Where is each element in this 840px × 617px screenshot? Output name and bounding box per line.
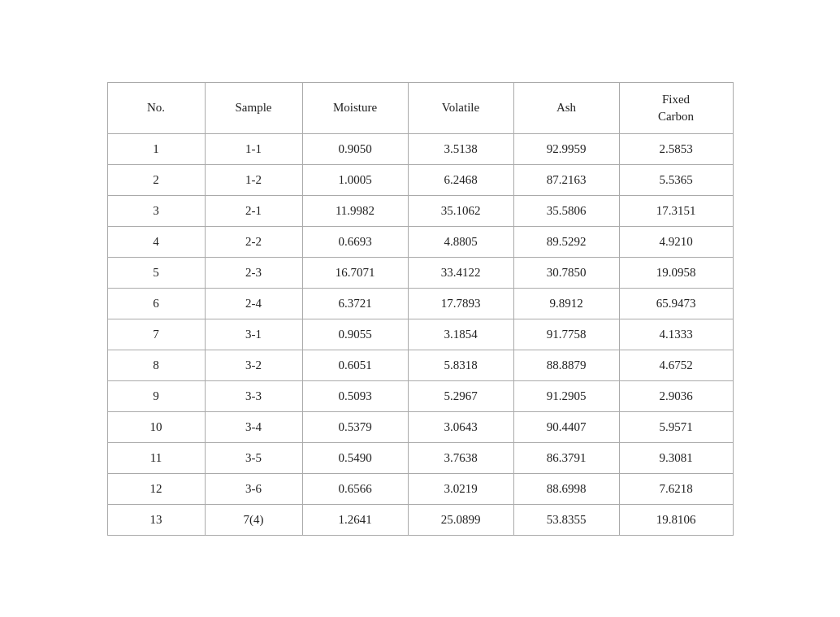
header-row: No. Sample Moisture Volatile Ash Fixed C… — [107, 82, 733, 133]
cell-ash: 86.3791 — [513, 442, 619, 473]
fixed-carbon-line2: Carbon — [658, 110, 694, 123]
cell-ash: 88.6998 — [513, 473, 619, 504]
cell-no: 5 — [107, 257, 205, 288]
table-row: 42-20.66934.880589.52924.9210 — [107, 226, 733, 257]
cell-no: 9 — [107, 380, 205, 411]
cell-volatile: 17.7893 — [408, 288, 513, 319]
table-row: 93-30.50935.296791.29052.9036 — [107, 380, 733, 411]
table-row: 52-316.707133.412230.785019.0958 — [107, 257, 733, 288]
table-row: 11-10.90503.513892.99592.5853 — [107, 133, 733, 164]
cell-ash: 87.2163 — [513, 164, 619, 195]
cell-volatile: 5.8318 — [408, 350, 513, 380]
cell-fixed-carbon: 65.9473 — [619, 288, 733, 319]
cell-no: 6 — [107, 288, 205, 319]
cell-moisture: 0.6566 — [302, 473, 408, 504]
cell-fixed-carbon: 17.3151 — [619, 195, 733, 226]
cell-volatile: 35.1062 — [408, 195, 513, 226]
cell-ash: 88.8879 — [513, 350, 619, 380]
cell-no: 11 — [107, 442, 205, 473]
cell-moisture: 0.9050 — [302, 133, 408, 164]
cell-sample: 7(4) — [205, 504, 302, 535]
table-row: 113-50.54903.763886.37919.3081 — [107, 442, 733, 473]
header-fixed-carbon: Fixed Carbon — [619, 82, 733, 133]
header-sample: Sample — [205, 82, 302, 133]
cell-fixed-carbon: 19.8106 — [619, 504, 733, 535]
cell-sample: 2-3 — [205, 257, 302, 288]
cell-volatile: 25.0899 — [408, 504, 513, 535]
cell-ash: 89.5292 — [513, 226, 619, 257]
cell-sample: 3-4 — [205, 411, 302, 442]
cell-sample: 3-5 — [205, 442, 302, 473]
cell-moisture: 0.6051 — [302, 350, 408, 380]
cell-sample: 3-1 — [205, 319, 302, 350]
cell-fixed-carbon: 4.1333 — [619, 319, 733, 350]
cell-no: 10 — [107, 411, 205, 442]
table-body: 11-10.90503.513892.99592.585321-21.00056… — [107, 133, 733, 535]
header-moisture: Moisture — [302, 82, 408, 133]
cell-sample: 3-2 — [205, 350, 302, 380]
cell-moisture: 1.0005 — [302, 164, 408, 195]
cell-moisture: 6.3721 — [302, 288, 408, 319]
cell-ash: 91.2905 — [513, 380, 619, 411]
cell-fixed-carbon: 5.9571 — [619, 411, 733, 442]
cell-moisture: 0.6693 — [302, 226, 408, 257]
cell-volatile: 33.4122 — [408, 257, 513, 288]
cell-sample: 3-3 — [205, 380, 302, 411]
header-volatile: Volatile — [408, 82, 513, 133]
cell-moisture: 0.5490 — [302, 442, 408, 473]
cell-volatile: 3.0219 — [408, 473, 513, 504]
cell-ash: 53.8355 — [513, 504, 619, 535]
table-row: 123-60.65663.021988.69987.6218 — [107, 473, 733, 504]
cell-fixed-carbon: 7.6218 — [619, 473, 733, 504]
table-row: 137(4)1.264125.089953.835519.8106 — [107, 504, 733, 535]
cell-moisture: 0.9055 — [302, 319, 408, 350]
cell-sample: 2-1 — [205, 195, 302, 226]
cell-volatile: 4.8805 — [408, 226, 513, 257]
table-row: 62-46.372117.78939.891265.9473 — [107, 288, 733, 319]
table-row: 73-10.90553.185491.77584.1333 — [107, 319, 733, 350]
cell-volatile: 3.5138 — [408, 133, 513, 164]
cell-no: 8 — [107, 350, 205, 380]
cell-volatile: 6.2468 — [408, 164, 513, 195]
table-row: 21-21.00056.246887.21635.5365 — [107, 164, 733, 195]
table-row: 32-111.998235.106235.580617.3151 — [107, 195, 733, 226]
table-wrapper: No. Sample Moisture Volatile Ash Fixed C… — [91, 66, 750, 552]
cell-ash: 92.9959 — [513, 133, 619, 164]
cell-ash: 30.7850 — [513, 257, 619, 288]
cell-moisture: 1.2641 — [302, 504, 408, 535]
cell-fixed-carbon: 19.0958 — [619, 257, 733, 288]
cell-no: 7 — [107, 319, 205, 350]
cell-no: 2 — [107, 164, 205, 195]
cell-no: 13 — [107, 504, 205, 535]
table-row: 103-40.53793.064390.44075.9571 — [107, 411, 733, 442]
cell-sample: 2-2 — [205, 226, 302, 257]
header-ash: Ash — [513, 82, 619, 133]
cell-volatile: 3.1854 — [408, 319, 513, 350]
cell-moisture: 11.9982 — [302, 195, 408, 226]
data-table: No. Sample Moisture Volatile Ash Fixed C… — [107, 82, 734, 536]
cell-fixed-carbon: 5.5365 — [619, 164, 733, 195]
cell-fixed-carbon: 4.6752 — [619, 350, 733, 380]
cell-sample: 1-2 — [205, 164, 302, 195]
cell-moisture: 0.5093 — [302, 380, 408, 411]
cell-fixed-carbon: 9.3081 — [619, 442, 733, 473]
cell-sample: 1-1 — [205, 133, 302, 164]
cell-volatile: 3.0643 — [408, 411, 513, 442]
cell-no: 12 — [107, 473, 205, 504]
header-no: No. — [107, 82, 205, 133]
cell-fixed-carbon: 4.9210 — [619, 226, 733, 257]
cell-no: 4 — [107, 226, 205, 257]
fixed-carbon-line1: Fixed — [662, 93, 690, 106]
cell-sample: 3-6 — [205, 473, 302, 504]
cell-ash: 9.8912 — [513, 288, 619, 319]
cell-moisture: 16.7071 — [302, 257, 408, 288]
cell-moisture: 0.5379 — [302, 411, 408, 442]
cell-fixed-carbon: 2.9036 — [619, 380, 733, 411]
table-row: 83-20.60515.831888.88794.6752 — [107, 350, 733, 380]
cell-ash: 90.4407 — [513, 411, 619, 442]
cell-sample: 2-4 — [205, 288, 302, 319]
cell-volatile: 5.2967 — [408, 380, 513, 411]
cell-no: 3 — [107, 195, 205, 226]
cell-volatile: 3.7638 — [408, 442, 513, 473]
cell-ash: 91.7758 — [513, 319, 619, 350]
